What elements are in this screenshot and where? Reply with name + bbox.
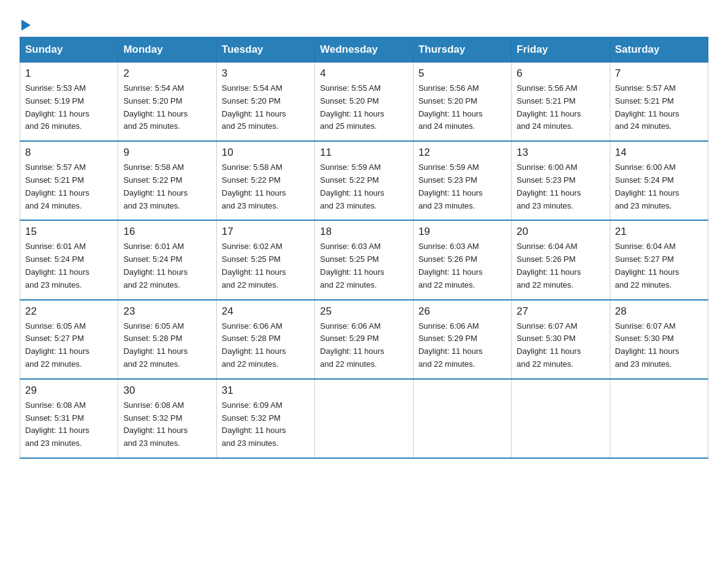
calendar-day-cell: 16 Sunrise: 6:01 AM Sunset: 5:24 PM Dayl… <box>118 220 216 299</box>
day-info: Sunrise: 6:05 AM Sunset: 5:27 PM Dayligh… <box>25 320 113 371</box>
calendar-day-cell: 21 Sunrise: 6:04 AM Sunset: 5:27 PM Dayl… <box>610 220 708 299</box>
calendar-day-cell: 26 Sunrise: 6:06 AM Sunset: 5:29 PM Dayl… <box>413 300 511 379</box>
calendar-day-cell: 1 Sunrise: 5:53 AM Sunset: 5:19 PM Dayli… <box>20 63 118 142</box>
day-info: Sunrise: 6:00 AM Sunset: 5:24 PM Dayligh… <box>615 161 703 212</box>
logo <box>20 20 31 32</box>
calendar-day-cell: 18 Sunrise: 6:03 AM Sunset: 5:25 PM Dayl… <box>315 220 413 299</box>
day-number: 5 <box>419 67 506 80</box>
calendar-day-cell: 28 Sunrise: 6:07 AM Sunset: 5:30 PM Dayl… <box>610 300 708 379</box>
calendar-day-cell: 2 Sunrise: 5:54 AM Sunset: 5:20 PM Dayli… <box>118 63 216 142</box>
calendar-day-cell: 5 Sunrise: 5:56 AM Sunset: 5:20 PM Dayli… <box>413 63 511 142</box>
day-info: Sunrise: 6:00 AM Sunset: 5:23 PM Dayligh… <box>517 161 604 212</box>
day-number: 11 <box>320 147 408 159</box>
calendar-day-cell: 30 Sunrise: 6:08 AM Sunset: 5:32 PM Dayl… <box>118 379 216 458</box>
calendar-day-cell: 29 Sunrise: 6:08 AM Sunset: 5:31 PM Dayl… <box>20 379 118 458</box>
calendar-week-row: 22 Sunrise: 6:05 AM Sunset: 5:27 PM Dayl… <box>20 300 708 379</box>
weekday-header-thursday: Thursday <box>413 37 511 63</box>
day-number: 15 <box>25 226 113 238</box>
day-number: 20 <box>517 226 604 238</box>
calendar-day-cell: 4 Sunrise: 5:55 AM Sunset: 5:20 PM Dayli… <box>315 63 413 142</box>
calendar-day-cell: 11 Sunrise: 5:59 AM Sunset: 5:22 PM Dayl… <box>315 141 413 220</box>
day-number: 13 <box>517 147 604 159</box>
calendar-day-cell: 15 Sunrise: 6:01 AM Sunset: 5:24 PM Dayl… <box>20 220 118 299</box>
day-info: Sunrise: 5:54 AM Sunset: 5:20 PM Dayligh… <box>222 82 309 133</box>
day-number: 14 <box>615 147 703 159</box>
calendar-day-cell: 25 Sunrise: 6:06 AM Sunset: 5:29 PM Dayl… <box>315 300 413 379</box>
day-number: 31 <box>222 385 309 397</box>
calendar-day-cell: 13 Sunrise: 6:00 AM Sunset: 5:23 PM Dayl… <box>512 141 610 220</box>
day-info: Sunrise: 6:08 AM Sunset: 5:31 PM Dayligh… <box>25 399 113 450</box>
day-number: 22 <box>25 305 113 318</box>
day-number: 29 <box>25 385 113 397</box>
weekday-header-friday: Friday <box>512 37 610 63</box>
day-info: Sunrise: 6:05 AM Sunset: 5:28 PM Dayligh… <box>123 320 211 371</box>
day-info: Sunrise: 6:06 AM Sunset: 5:29 PM Dayligh… <box>419 320 506 371</box>
day-info: Sunrise: 6:06 AM Sunset: 5:29 PM Dayligh… <box>320 320 408 371</box>
calendar-day-cell: 7 Sunrise: 5:57 AM Sunset: 5:21 PM Dayli… <box>610 63 708 142</box>
day-info: Sunrise: 6:04 AM Sunset: 5:26 PM Dayligh… <box>517 240 604 291</box>
weekday-header-monday: Monday <box>118 37 216 63</box>
calendar-day-cell <box>413 379 511 458</box>
day-number: 2 <box>123 67 211 80</box>
day-number: 16 <box>123 226 211 238</box>
calendar-week-row: 8 Sunrise: 5:57 AM Sunset: 5:21 PM Dayli… <box>20 141 708 220</box>
day-info: Sunrise: 6:03 AM Sunset: 5:25 PM Dayligh… <box>320 240 408 291</box>
day-info: Sunrise: 5:59 AM Sunset: 5:22 PM Dayligh… <box>320 161 408 212</box>
calendar-day-cell <box>512 379 610 458</box>
day-info: Sunrise: 5:58 AM Sunset: 5:22 PM Dayligh… <box>222 161 309 212</box>
day-number: 25 <box>320 305 408 318</box>
day-info: Sunrise: 6:04 AM Sunset: 5:27 PM Dayligh… <box>615 240 703 291</box>
calendar-day-cell: 23 Sunrise: 6:05 AM Sunset: 5:28 PM Dayl… <box>118 300 216 379</box>
weekday-header-sunday: Sunday <box>20 37 118 63</box>
day-number: 10 <box>222 147 309 159</box>
day-number: 4 <box>320 67 408 80</box>
day-number: 1 <box>25 67 113 80</box>
weekday-header-row: SundayMondayTuesdayWednesdayThursdayFrid… <box>20 37 708 63</box>
calendar-day-cell: 14 Sunrise: 6:00 AM Sunset: 5:24 PM Dayl… <box>610 141 708 220</box>
day-number: 17 <box>222 226 309 238</box>
calendar-day-cell: 9 Sunrise: 5:58 AM Sunset: 5:22 PM Dayli… <box>118 141 216 220</box>
day-info: Sunrise: 5:56 AM Sunset: 5:21 PM Dayligh… <box>517 82 604 133</box>
day-info: Sunrise: 5:57 AM Sunset: 5:21 PM Dayligh… <box>25 161 113 212</box>
weekday-header-wednesday: Wednesday <box>315 37 413 63</box>
day-info: Sunrise: 6:08 AM Sunset: 5:32 PM Dayligh… <box>123 399 211 450</box>
day-info: Sunrise: 5:55 AM Sunset: 5:20 PM Dayligh… <box>320 82 408 133</box>
calendar-day-cell: 22 Sunrise: 6:05 AM Sunset: 5:27 PM Dayl… <box>20 300 118 379</box>
day-number: 24 <box>222 305 309 318</box>
day-info: Sunrise: 6:02 AM Sunset: 5:25 PM Dayligh… <box>222 240 309 291</box>
calendar-day-cell: 17 Sunrise: 6:02 AM Sunset: 5:25 PM Dayl… <box>216 220 314 299</box>
day-number: 12 <box>419 147 506 159</box>
day-number: 26 <box>419 305 506 318</box>
day-number: 19 <box>419 226 506 238</box>
day-info: Sunrise: 6:01 AM Sunset: 5:24 PM Dayligh… <box>123 240 211 291</box>
calendar-day-cell: 27 Sunrise: 6:07 AM Sunset: 5:30 PM Dayl… <box>512 300 610 379</box>
day-number: 3 <box>222 67 309 80</box>
calendar-week-row: 1 Sunrise: 5:53 AM Sunset: 5:19 PM Dayli… <box>20 63 708 142</box>
day-number: 21 <box>615 226 703 238</box>
calendar-day-cell: 31 Sunrise: 6:09 AM Sunset: 5:32 PM Dayl… <box>216 379 314 458</box>
day-info: Sunrise: 5:59 AM Sunset: 5:23 PM Dayligh… <box>419 161 506 212</box>
day-number: 30 <box>123 385 211 397</box>
calendar-week-row: 15 Sunrise: 6:01 AM Sunset: 5:24 PM Dayl… <box>20 220 708 299</box>
day-number: 8 <box>25 147 113 159</box>
calendar-week-row: 29 Sunrise: 6:08 AM Sunset: 5:31 PM Dayl… <box>20 379 708 458</box>
day-info: Sunrise: 5:57 AM Sunset: 5:21 PM Dayligh… <box>615 82 703 133</box>
page-header <box>20 15 708 32</box>
weekday-header-saturday: Saturday <box>610 37 708 63</box>
calendar-day-cell: 20 Sunrise: 6:04 AM Sunset: 5:26 PM Dayl… <box>512 220 610 299</box>
calendar-day-cell: 10 Sunrise: 5:58 AM Sunset: 5:22 PM Dayl… <box>216 141 314 220</box>
day-number: 28 <box>615 305 703 318</box>
day-info: Sunrise: 5:58 AM Sunset: 5:22 PM Dayligh… <box>123 161 211 212</box>
day-number: 6 <box>517 67 604 80</box>
calendar-day-cell <box>315 379 413 458</box>
day-number: 23 <box>123 305 211 318</box>
day-info: Sunrise: 6:03 AM Sunset: 5:26 PM Dayligh… <box>419 240 506 291</box>
calendar-day-cell: 6 Sunrise: 5:56 AM Sunset: 5:21 PM Dayli… <box>512 63 610 142</box>
day-info: Sunrise: 5:56 AM Sunset: 5:20 PM Dayligh… <box>419 82 506 133</box>
calendar-day-cell <box>610 379 708 458</box>
day-info: Sunrise: 6:07 AM Sunset: 5:30 PM Dayligh… <box>615 320 703 371</box>
calendar-day-cell: 12 Sunrise: 5:59 AM Sunset: 5:23 PM Dayl… <box>413 141 511 220</box>
weekday-header-tuesday: Tuesday <box>216 37 314 63</box>
day-number: 27 <box>517 305 604 318</box>
day-info: Sunrise: 5:53 AM Sunset: 5:19 PM Dayligh… <box>25 82 113 133</box>
